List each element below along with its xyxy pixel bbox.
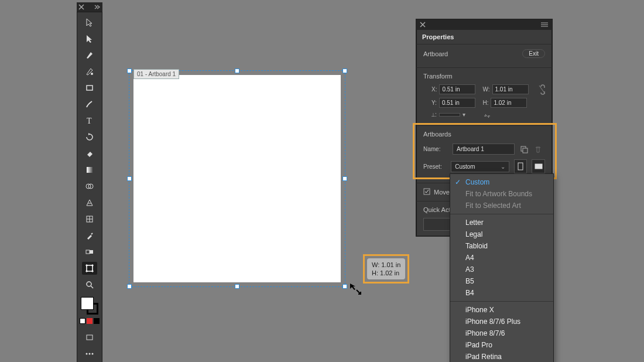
handle-se[interactable] [342,284,347,289]
tool-artboard[interactable] [82,262,97,275]
link-wh-icon[interactable] [538,84,546,96]
artboard-selection [129,70,345,287]
tool-pen[interactable] [82,49,97,62]
orientation-portrait[interactable] [514,159,527,173]
reference-point[interactable] [423,84,426,97]
toolbox-body: T [77,12,102,362]
close-icon[interactable] [420,22,426,28]
dropdown-item[interactable]: iPad Pro [450,339,553,351]
handle-n[interactable] [235,69,239,73]
dropdown-item: Fit to Selected Art [450,200,553,211]
svg-rect-3 [87,167,93,173]
dropdown-item[interactable]: iPad Retina [450,351,553,362]
resize-cursor-icon [349,282,362,296]
color-mode-solid[interactable] [80,318,85,324]
preset-select[interactable]: Custom ⌄ [451,161,509,172]
tool-perspective[interactable] [82,196,97,209]
svg-rect-18 [518,163,523,170]
handle-ne[interactable] [342,69,347,73]
dropdown-item[interactable]: Letter [450,217,553,228]
artboard-name-input[interactable]: Artboard 1 [453,144,515,155]
dropdown-item[interactable]: Tabloid [450,240,553,252]
angle-label: ⟂: [431,111,437,118]
svg-rect-7 [86,250,90,254]
flip-icon[interactable] [482,111,492,121]
expand-icon[interactable] [94,4,101,10]
transform-section: Transform X:0.51 in Y:0.51 in ⟂:▾ W:1.01… [416,68,552,126]
handle-sw[interactable] [127,284,132,289]
canvas[interactable]: 01 - Artboard 1 [129,70,345,287]
artboards-heading: Artboards [423,131,545,138]
dropdown-item[interactable]: iPhone X [450,304,553,316]
preset-dropdown[interactable]: CustomFit to Artwork BoundsFit to Select… [450,173,554,362]
tool-type[interactable]: T [82,114,97,127]
tool-selection[interactable] [82,16,97,29]
tool-shape-builder[interactable] [82,180,97,193]
fill-swatch[interactable] [81,297,94,310]
orientation-landscape[interactable] [532,159,545,173]
dropdown-item[interactable]: Custom [450,176,553,188]
svg-rect-19 [535,164,542,169]
tool-gradient[interactable] [82,163,97,176]
dropdown-item[interactable]: B4 [450,287,553,299]
chevron-down-icon[interactable]: ▾ [463,111,465,118]
tool-rotate[interactable] [82,131,97,144]
handle-e[interactable] [342,176,347,181]
dropdown-item[interactable]: A4 [450,252,553,264]
h-label: H: [482,100,488,106]
selection-row: Artboard Exit [416,45,552,68]
tool-eraser[interactable] [82,147,97,160]
dropdown-item[interactable]: Legal [450,228,553,240]
exit-button[interactable]: Exit [522,49,545,58]
x-field[interactable]: 0.51 in [439,84,475,94]
panel-header[interactable] [416,19,552,30]
handle-w[interactable] [127,176,132,181]
dropdown-separator [450,301,553,302]
toolbox-header[interactable] [77,2,102,12]
tool-rectangle[interactable] [82,81,97,94]
checkbox-icon[interactable] [423,188,430,196]
new-artboard-icon[interactable] [519,145,529,154]
dropdown-item: Fit to Artwork Bounds [450,188,553,200]
screen-mode[interactable] [82,331,97,344]
svg-rect-8 [90,250,93,254]
preset-select-value: Custom [455,163,475,170]
transform-heading: Transform [423,73,545,80]
svg-rect-11 [87,335,93,340]
h-field[interactable]: 1.02 in [491,98,527,108]
dropdown-item[interactable]: A3 [450,264,553,275]
size-tooltip: W: 1.01 in H: 1.02 in [367,258,405,279]
tool-paintbrush[interactable] [82,98,97,111]
name-label: Name: [423,146,448,152]
fill-stroke-swatches[interactable] [81,297,98,315]
angle-field[interactable] [439,113,460,117]
svg-text:T: T [87,117,92,125]
tool-blend[interactable] [82,245,97,258]
artboard-label[interactable]: 01 - Artboard 1 [133,69,179,79]
edit-toolbar[interactable] [82,347,97,360]
color-mode-row [80,318,100,324]
panel-menu-icon[interactable] [540,22,549,28]
dropdown-item[interactable]: iPhone 8/7/6 Plus [450,316,553,327]
color-mode-gradient[interactable] [87,318,93,324]
tool-zoom[interactable] [82,278,97,291]
handle-nw[interactable] [127,69,132,73]
dropdown-item[interactable]: iPhone 8/7/6 [450,327,553,339]
tool-mesh[interactable] [82,213,97,226]
tool-eyedropper[interactable] [82,229,97,242]
tool-direct-selection[interactable] [82,32,97,45]
y-label: Y: [431,100,437,106]
close-icon[interactable] [78,4,84,10]
w-field[interactable]: 1.01 in [492,84,529,94]
svg-point-10 [87,282,91,286]
svg-rect-1 [87,86,93,90]
tool-curvature[interactable] [82,65,97,78]
handle-s[interactable] [235,284,239,289]
toolbox: T [77,2,102,362]
size-tooltip-h: H: 1.02 in [372,269,400,277]
y-field[interactable]: 0.51 in [439,98,475,108]
dropdown-item[interactable]: B5 [450,275,553,287]
color-mode-none[interactable] [94,318,100,324]
delete-artboard-icon[interactable] [533,145,543,154]
dropdown-separator [450,214,553,214]
